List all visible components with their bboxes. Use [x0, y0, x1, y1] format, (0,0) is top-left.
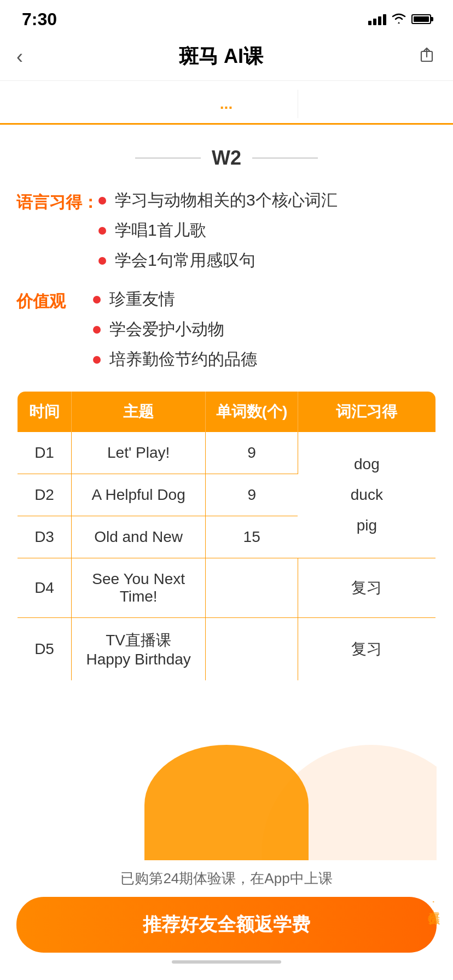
- lang-objectives: 语言习得： 学习与动物相关的3个核心词汇 学唱1首儿歌 学会1句常用感叹句: [16, 189, 437, 272]
- bullet: [93, 326, 101, 334]
- table-row: D1 Let' Play! 9 dogduckpig: [17, 432, 436, 474]
- home-indicator: [172, 960, 281, 964]
- battery-icon: [411, 14, 431, 24]
- real-content: W2 语言习得： 学习与动物相关的3个核心词汇 学唱1首儿歌 学会1句常用感叹句: [0, 147, 453, 865]
- lang-obj-items: 学习与动物相关的3个核心词汇 学唱1首儿歌 学会1句常用感叹句: [98, 189, 437, 272]
- tabs-bar[interactable]: ...: [0, 81, 453, 125]
- td-theme: A Helpful Dog: [72, 474, 206, 516]
- val-item-text: 珍重友情: [109, 288, 175, 311]
- share-button[interactable]: [419, 46, 437, 67]
- list-item: 学会爱护小动物: [93, 318, 437, 341]
- table-header-row: 时间 主题 单词数(个) 词汇习得: [17, 391, 436, 432]
- list-item: 学习与动物相关的3个核心词汇: [98, 189, 437, 212]
- signal-icon: [368, 13, 386, 25]
- val-item-text: 培养勤俭节约的品德: [109, 348, 257, 371]
- list-item: 培养勤俭节约的品德: [93, 348, 437, 371]
- list-item: 学唱1首儿歌: [98, 219, 437, 242]
- obj-item-text: 学会1句常用感叹句: [115, 249, 255, 272]
- week-line-l: [135, 158, 201, 159]
- deco-shape: [144, 745, 309, 865]
- th-time: 时间: [17, 391, 72, 432]
- th-theme: 主题: [72, 391, 206, 432]
- values-sec: 价值观 珍重友情 学会爱护小动物 培养勤俭节约的品德: [16, 288, 437, 371]
- bottom-bar: 已购第24期体验课，在App中上课 推荐好友全额返学费: [0, 860, 453, 980]
- td-count: 9: [206, 432, 298, 474]
- val-item-text: 学会爱护小动物: [109, 318, 224, 341]
- purchased-notice: 已购第24期体验课，在App中上课: [16, 869, 437, 888]
- back-button[interactable]: ‹: [16, 45, 23, 68]
- schedule-table-real: 时间 主题 单词数(个) 词汇习得 D1 Let' Play! 9 dogduc…: [16, 390, 437, 681]
- td-day: D1: [17, 432, 72, 474]
- obj-item-text: 学唱1首儿歌: [115, 219, 206, 242]
- status-time: 7:30: [22, 9, 57, 30]
- td-count: 9: [206, 474, 298, 516]
- val-label-text: 价值观: [16, 288, 93, 313]
- td-day: D5: [17, 618, 72, 681]
- decorative-area: [16, 701, 437, 865]
- cta-button[interactable]: 推荐好友全额返学费: [16, 897, 437, 953]
- status-bar: 7:30: [0, 0, 453, 33]
- td-theme: Old and New: [72, 516, 206, 558]
- val-row: 价值观 珍重友情 学会爱护小动物 培养勤俭节约的品德: [16, 288, 437, 371]
- obj-row: 语言习得： 学习与动物相关的3个核心词汇 学唱1首儿歌 学会1句常用感叹句: [16, 189, 437, 272]
- table-row: D4 See You Next Time! 复习: [17, 558, 436, 618]
- lang-obj-label: 语言习得：: [16, 189, 98, 214]
- td-count: [206, 618, 298, 681]
- bullet: [93, 296, 101, 304]
- td-vocab: 复习: [298, 558, 436, 618]
- td-vocab: dogduckpig: [298, 432, 436, 558]
- week-label-real: W2: [212, 147, 241, 170]
- td-vocab: 复习: [298, 618, 436, 681]
- bullet: [98, 257, 106, 265]
- watermark: 点·什么值得买: [426, 900, 442, 903]
- list-item: 学会1句常用感叹句: [98, 249, 437, 272]
- page-title: 斑马 AI课: [179, 43, 263, 70]
- td-day: D2: [17, 474, 72, 516]
- th-vocab: 词汇习得: [298, 391, 436, 432]
- tab-item-active[interactable]: ...: [155, 90, 299, 118]
- th-count: 单词数(个): [206, 391, 298, 432]
- status-icons: [368, 12, 431, 27]
- bullet: [93, 356, 101, 364]
- table-row: D5 TV直播课Happy Birthday 复习: [17, 618, 436, 681]
- bullet: [98, 227, 106, 235]
- obj-item-text: 学习与动物相关的3个核心词汇: [115, 189, 338, 212]
- nav-bar: ‹ 斑马 AI课: [0, 33, 453, 81]
- td-theme: See You Next Time!: [72, 558, 206, 618]
- td-day: D4: [17, 558, 72, 618]
- td-count: [206, 558, 298, 618]
- td-count: 15: [206, 516, 298, 558]
- td-day: D3: [17, 516, 72, 558]
- week-line-r: [252, 158, 318, 159]
- bullet: [98, 197, 106, 205]
- week-heading-real: W2: [16, 147, 437, 170]
- list-item: 珍重友情: [93, 288, 437, 311]
- val-items-list: 珍重友情 学会爱护小动物 培养勤俭节约的品德: [93, 288, 437, 371]
- td-theme: TV直播课Happy Birthday: [72, 618, 206, 681]
- wifi-icon: [392, 12, 406, 27]
- td-theme: Let' Play!: [72, 432, 206, 474]
